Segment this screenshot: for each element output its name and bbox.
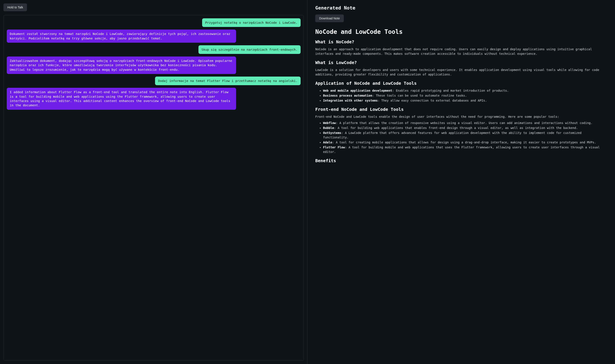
- chat-message-user: Skup się szczególnie na narzędziach fron…: [198, 45, 301, 54]
- section-body-nocode: NoCode is an approach to application dev…: [315, 47, 607, 56]
- frontend-tools-list: Webflow: A platform that allows the crea…: [315, 121, 607, 154]
- chat-container: Przygotuj notatkę o narzędziach NoCode i…: [3, 15, 304, 361]
- chat-message-assistant: Dokument został stworzony na temat narzę…: [7, 29, 236, 43]
- section-body-lowcode: LowCode is a solution for developers and…: [315, 68, 607, 77]
- left-panel: Hold to Talk Przygotuj notatkę o narzędz…: [0, 0, 308, 364]
- section-heading-benefits: Benefits: [315, 158, 607, 163]
- list-item: Business process automation: These tools…: [323, 93, 607, 98]
- section-heading-application: Application of NoCode and LowCode Tools: [315, 81, 607, 86]
- list-item: Web and mobile application development: …: [323, 88, 607, 93]
- list-item: Bubble: A tool for building web applicat…: [323, 126, 607, 130]
- chat-message-assistant: Zaktualizowałem dokument, dodając szczeg…: [7, 56, 236, 74]
- section-heading-lowcode: What is LowCode?: [315, 60, 607, 65]
- right-panel: Generated Note Download Note NoCode and …: [308, 0, 615, 364]
- hold-to-talk-button[interactable]: Hold to Talk: [3, 3, 27, 11]
- list-item: Adalo: A tool for creating mobile applic…: [323, 140, 607, 145]
- list-item: Webflow: A platform that allows the crea…: [323, 121, 607, 125]
- chat-message-user: Dodaj informacje na temat Flutter Flow i…: [155, 77, 301, 85]
- chat-message-assistant: I added information about Flutter Flow a…: [7, 88, 236, 110]
- section-heading-nocode: What is NoCode?: [315, 39, 607, 44]
- download-note-button[interactable]: Download Note: [315, 14, 344, 22]
- section-heading-frontend: Front-end NoCode and LowCode Tools: [315, 107, 607, 112]
- note-title: NoCode and LowCode Tools: [315, 28, 607, 35]
- note-content: NoCode and LowCode Tools What is NoCode?…: [315, 28, 607, 163]
- section-intro-frontend: Front-end NoCode and LowCode tools enabl…: [315, 115, 607, 119]
- generated-note-header: Generated Note: [315, 5, 607, 11]
- chat-message-user: Przygotuj notatkę o narzędziach NoCode i…: [202, 18, 301, 27]
- application-list: Web and mobile application development: …: [315, 88, 607, 103]
- list-item: Flutter Flow: A tool for building mobile…: [323, 145, 607, 154]
- list-item: OutSystems: A LowCode platform that offe…: [323, 131, 607, 140]
- list-item: Integration with other systems: They all…: [323, 98, 607, 103]
